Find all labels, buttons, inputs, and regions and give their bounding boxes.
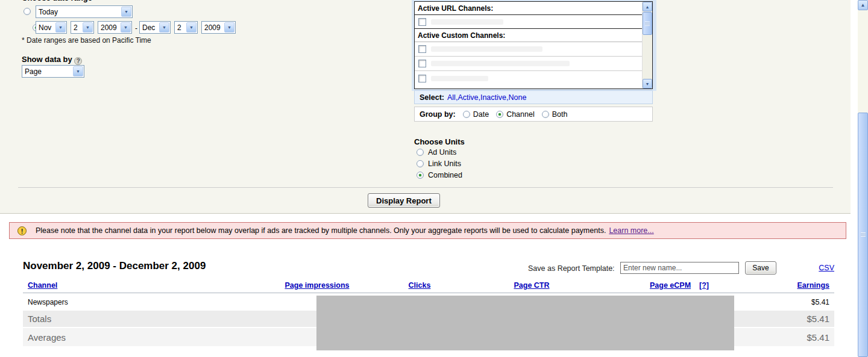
template-name-input[interactable] <box>620 262 739 274</box>
select-active-link[interactable]: Active <box>458 93 480 102</box>
display-report-button[interactable]: Display Report <box>368 193 440 208</box>
url-channel-checkbox[interactable] <box>418 18 426 26</box>
group-by-date-label: Date <box>473 110 489 119</box>
group-by-date-radio[interactable] <box>463 111 470 118</box>
custom-channel-checkbox[interactable] <box>418 60 426 67</box>
chevron-down-icon[interactable]: ▼ <box>121 22 131 33</box>
chevron-down-icon[interactable]: ▼ <box>55 22 66 33</box>
report-table: Channel Page impressions Clicks Page CTR… <box>23 279 834 346</box>
link-units-label: Link Units <box>428 160 461 168</box>
url-channel-row[interactable] <box>415 15 642 29</box>
table-header-row: Channel Page impressions Clicks Page CTR… <box>23 279 834 293</box>
report-date-range-title: November 2, 2009 - December 2, 2009 <box>23 260 206 272</box>
ad-units-label: Ad Units <box>428 148 456 157</box>
warning-text: Please note that the channel data in you… <box>36 226 606 235</box>
select-inactive-link[interactable]: Inactive <box>480 93 509 102</box>
group-by-channel-option[interactable]: Channel <box>496 110 535 119</box>
choose-units-heading: Choose Units <box>414 137 465 146</box>
preset-date-radio[interactable] <box>24 8 31 15</box>
group-by-channel-radio[interactable] <box>496 111 503 118</box>
channels-scrollbar-thumb[interactable] <box>643 12 652 35</box>
earnings-cell: $5.41 <box>807 332 829 343</box>
channels-list: Active URL Channels: Active Custom Chann… <box>415 2 642 88</box>
end-month-value: Dec <box>140 23 159 32</box>
chevron-down-icon[interactable]: ▼ <box>73 66 83 76</box>
show-data-by-select[interactable]: Page ▼ <box>22 65 84 78</box>
custom-channel-row[interactable] <box>415 42 642 57</box>
group-by-both-option[interactable]: Both <box>542 110 568 119</box>
learn-more-link[interactable]: Learn more... <box>609 226 653 235</box>
channel-select-row: Select: All Active Inactive None <box>414 90 653 104</box>
adsense-reports-page: Choose date range Today ▼ Nov ▼ 2 ▼ 2009… <box>0 0 868 357</box>
scrollbar-grip <box>645 22 650 26</box>
redacted-data-region <box>316 296 734 350</box>
group-by-label: Group by: <box>420 110 456 119</box>
ad-units-option[interactable]: Ad Units <box>417 148 456 157</box>
scroll-up-icon[interactable]: ▲ <box>643 2 652 11</box>
group-by-channel-label: Channel <box>506 110 535 119</box>
start-day-select[interactable]: 2 ▼ <box>71 21 94 34</box>
show-data-by-value: Page <box>22 67 72 76</box>
channel-overlap-warning: ! Please note that the channel data in y… <box>9 222 846 239</box>
scrollbar-grip <box>861 232 866 237</box>
clicks-column-header[interactable]: Clicks <box>362 281 477 290</box>
earnings-cell: $5.41 <box>807 314 829 324</box>
browser-scrollbar-thumb[interactable] <box>858 113 868 357</box>
end-month-select[interactable]: Dec ▼ <box>139 21 171 34</box>
redacted-channel-label <box>431 76 488 81</box>
channel-column-header[interactable]: Channel <box>28 281 57 290</box>
warning-icon: ! <box>17 226 27 235</box>
save-template-button[interactable]: Save <box>745 261 776 275</box>
end-year-select[interactable]: 2009 ▼ <box>201 21 236 34</box>
chevron-down-icon[interactable]: ▼ <box>186 22 197 33</box>
csv-export-link[interactable]: CSV <box>819 264 834 272</box>
combined-radio[interactable] <box>417 172 424 179</box>
pacific-time-note: * Date ranges are based on Pacific Time <box>22 36 151 45</box>
link-units-option[interactable]: Link Units <box>417 160 461 168</box>
custom-channel-row[interactable] <box>415 71 642 85</box>
select-label: Select: <box>420 93 444 102</box>
custom-channel-checkbox[interactable] <box>418 75 426 82</box>
scroll-down-icon[interactable]: ▼ <box>643 79 652 88</box>
redacted-channel-label <box>431 46 542 52</box>
select-none-link[interactable]: None <box>509 93 527 102</box>
end-day-select[interactable]: 2 ▼ <box>174 21 198 34</box>
start-month-select[interactable]: Nov ▼ <box>36 21 67 34</box>
combined-label: Combined <box>428 171 462 179</box>
page-ecpm-column-header[interactable]: Page eCPM <box>650 281 691 290</box>
form-separator-line <box>18 187 833 188</box>
custom-channel-checkbox[interactable] <box>418 45 426 53</box>
redacted-channel-label <box>431 19 503 25</box>
group-by-both-radio[interactable] <box>542 111 549 118</box>
page-ctr-column-header[interactable]: Page CTR <box>474 281 589 290</box>
browser-scrollbar[interactable]: ▲ <box>858 0 868 357</box>
active-url-channels-header: Active URL Channels: <box>415 2 642 15</box>
preset-date-select[interactable]: Today ▼ <box>36 5 133 18</box>
channel-cell: Totals <box>28 314 51 324</box>
chevron-down-icon[interactable]: ▼ <box>121 7 131 17</box>
active-custom-channels-header: Active Custom Channels: <box>415 29 642 42</box>
channels-scrollbar[interactable]: ▲ ▼ <box>642 2 652 88</box>
ad-units-radio[interactable] <box>417 149 424 156</box>
save-template-label: Save as Report Template: <box>528 264 615 273</box>
chevron-down-icon[interactable]: ▼ <box>224 22 234 33</box>
combined-option[interactable]: Combined <box>417 171 462 179</box>
custom-channel-row[interactable] <box>415 57 642 71</box>
select-all-link[interactable]: All <box>447 93 458 102</box>
choose-date-range-heading: Choose date range <box>22 0 92 2</box>
end-year-value: 2009 <box>202 23 224 32</box>
chevron-down-icon[interactable]: ▼ <box>83 22 93 33</box>
group-by-row: Group by: Date Channel Both <box>414 107 653 122</box>
group-by-date-option[interactable]: Date <box>463 110 489 119</box>
chevron-down-icon[interactable]: ▼ <box>159 22 169 33</box>
report-settings-panel: Choose date range Today ▼ Nov ▼ 2 ▼ 2009… <box>0 0 851 214</box>
link-units-radio[interactable] <box>417 160 424 167</box>
earnings-column-header[interactable]: Earnings <box>797 281 830 290</box>
help-icon[interactable]: ? <box>74 57 82 65</box>
scroll-up-icon[interactable]: ▲ <box>858 0 868 10</box>
show-data-by-text: Show data by <box>22 55 72 64</box>
channels-listbox: Active URL Channels: Active Custom Chann… <box>414 1 653 89</box>
ecpm-help-link[interactable]: [?] <box>699 281 709 290</box>
page-impressions-column-header[interactable]: Page impressions <box>260 281 374 290</box>
start-year-select[interactable]: 2009 ▼ <box>98 21 132 34</box>
